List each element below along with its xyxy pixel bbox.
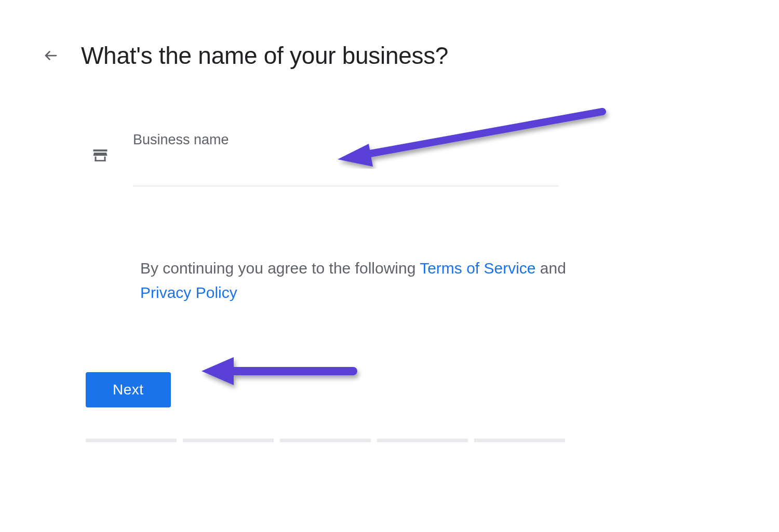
progress-bar: [86, 439, 737, 442]
progress-segment: [86, 439, 177, 442]
business-name-input[interactable]: [133, 156, 559, 186]
legal-and: and: [536, 260, 566, 277]
progress-segment: [280, 439, 371, 442]
svg-rect-0: [93, 149, 108, 152]
legal-prefix: By continuing you agree to the following: [140, 260, 420, 277]
store-icon: [91, 146, 110, 167]
terms-of-service-link[interactable]: Terms of Service: [420, 260, 535, 277]
next-button[interactable]: Next: [86, 372, 171, 407]
back-arrow-icon[interactable]: [42, 46, 60, 65]
privacy-policy-link[interactable]: Privacy Policy: [140, 284, 237, 301]
legal-disclaimer: By continuing you agree to the following…: [140, 256, 566, 305]
svg-rect-3: [95, 160, 106, 161]
progress-segment: [377, 439, 468, 442]
progress-segment: [183, 439, 274, 442]
business-name-label: Business name: [133, 132, 559, 148]
page-title: What's the name of your business?: [81, 42, 448, 70]
progress-segment: [474, 439, 565, 442]
